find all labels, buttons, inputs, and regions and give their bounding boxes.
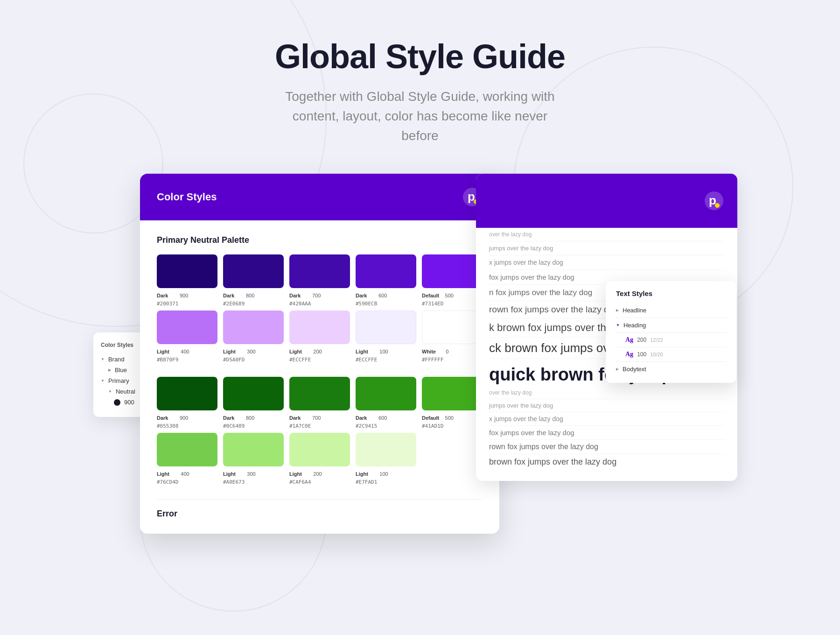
- ag-size-label: 100: [637, 351, 646, 358]
- type-line: over the lazy dog: [489, 228, 724, 241]
- color-swatch-light-100: [356, 310, 416, 344]
- swatch-col: Dark 800 #0C6409: [223, 377, 284, 430]
- green-row-1: Dark 900 #055308 Dark 800 #0C6409: [157, 377, 483, 430]
- ag-size-label: 200: [637, 337, 646, 343]
- swatch-col: Dark 600 #590ECB: [356, 254, 416, 308]
- color-swatch-light-400: [157, 310, 217, 344]
- purple-row-2: Light 400 #B870F9 Light 300 #D5A0FD: [157, 310, 483, 364]
- sidebar-item-label: Primary: [108, 377, 129, 384]
- sidebar-item-label: Blue: [115, 367, 127, 374]
- color-swatch-light-200: [289, 310, 350, 344]
- swatch-col: Dark 600 #2C9415: [356, 377, 416, 430]
- logo-icon-typography: p: [704, 190, 724, 211]
- color-swatch-light-300: [223, 310, 284, 344]
- color-styles-card: Color Styles p Primary Neutral Palette D…: [140, 174, 499, 534]
- palette-section-title: Primary Neutral Palette: [157, 235, 483, 245]
- text-style-label: Headline: [623, 307, 646, 314]
- page-subtitle: Together with Global Style Guide, workin…: [280, 87, 560, 146]
- header-section: Global Style Guide Together with Global …: [0, 0, 840, 174]
- text-style-item-ag-200: Ag 200 12/22: [616, 333, 726, 347]
- svg-point-5: [715, 203, 720, 208]
- sidebar-item-label: 900: [124, 399, 134, 406]
- card-header: Color Styles p: [140, 174, 499, 220]
- swatch-col: Light 400 #76CD4D: [157, 433, 217, 486]
- sidebar-item-label: Brand: [108, 356, 125, 363]
- chevron-right-icon: ▶: [616, 308, 619, 312]
- color-swatch-green-700: [289, 377, 350, 410]
- type-line: x jumps over the lazy dog: [489, 255, 724, 270]
- swatch-col: Light 100 #E7FAD1: [356, 433, 416, 486]
- type-line: over the lazy dog: [489, 387, 724, 399]
- text-style-item-bodytext[interactable]: ▶ Bodytext: [616, 362, 726, 376]
- card-body: Primary Neutral Palette Dark 900 #200371: [140, 220, 499, 534]
- ag-badge: Ag: [625, 336, 633, 344]
- swatch-col: White 0 #FFFFFF: [422, 310, 483, 364]
- chevron-down-icon: ▼: [101, 379, 105, 383]
- chevron-down-icon: ▼: [616, 323, 620, 327]
- color-swatch-green-400: [157, 433, 217, 466]
- type-line: fox jumps over the lazy dog: [489, 426, 724, 440]
- color-swatch-green-600: [356, 377, 416, 410]
- type-line: brown fox jumps over the lazy dog: [489, 454, 724, 470]
- chevron-down-icon: ▼: [108, 389, 112, 394]
- swatch-col: Dark 700 #1A7C0E: [289, 377, 350, 430]
- ag-fraction: 10/20: [650, 352, 663, 357]
- text-style-item-ag-100: Ag 100 10/20: [616, 347, 726, 362]
- swatch-col: Light 100 #ECCFFE: [356, 310, 416, 364]
- swatch-col: Light 200 #ECCFFE: [289, 310, 350, 364]
- color-styles-title: Color Styles: [157, 191, 217, 203]
- swatch-col: Light 200 #CAF6A4: [289, 433, 350, 486]
- color-swatch-green-300: [223, 433, 284, 466]
- swatch-col: Dark 900 #055308: [157, 377, 217, 430]
- color-swatch-green-100: [356, 433, 416, 466]
- type-line: jumps over the lazy dog: [489, 399, 724, 412]
- text-styles-title: Text Styles: [616, 289, 726, 297]
- cards-area: Color Styles ▼ Brand ▶ Blue ▼ Primary ▼ …: [93, 174, 747, 594]
- color-swatch-dark-800: [223, 254, 284, 288]
- color-swatch-dark-600: [356, 254, 416, 288]
- swatch-col: Dark 900 #200371: [157, 254, 217, 308]
- swatch-col: Default 500 #41AD1D: [422, 377, 483, 430]
- ag-fraction: 12/22: [650, 337, 663, 343]
- text-style-item-heading[interactable]: ▼ Heading: [616, 318, 726, 333]
- text-style-item-headline[interactable]: ▶ Headline: [616, 303, 726, 318]
- swatch-col: Dark 800 #2E0689: [223, 254, 284, 308]
- text-styles-card: Text Styles ▶ Headline ▼ Heading Ag 200 …: [606, 281, 736, 383]
- type-line: x jumps over the lazy dog: [489, 412, 724, 426]
- error-section-title: Error: [157, 509, 483, 519]
- ag-badge: Ag: [625, 351, 633, 358]
- chevron-right-icon: ▶: [108, 368, 111, 372]
- color-swatch-green-900: [157, 377, 217, 410]
- color-swatch-default-500: [422, 254, 483, 288]
- color-dot: [114, 399, 120, 406]
- swatch-col-empty: [422, 433, 483, 486]
- color-swatch-green-200: [289, 433, 350, 466]
- type-line: jumps over the lazy dog: [489, 241, 724, 255]
- color-swatch-green-800: [223, 377, 284, 410]
- purple-palette-group: Dark 900 #200371 Dark 800 #2E0689: [157, 254, 483, 364]
- swatch-col: Light 300 #A0E673: [223, 433, 284, 486]
- type-line: rown fox jumps over the lazy dog: [489, 440, 724, 454]
- page-title: Global Style Guide: [9, 37, 831, 76]
- chevron-right-icon: ▶: [616, 367, 619, 371]
- swatch-col: Default 500 #7314ED: [422, 254, 483, 308]
- green-palette-group: Dark 900 #055308 Dark 800 #0C6409: [157, 377, 483, 486]
- color-swatch-dark-700: [289, 254, 350, 288]
- swatch-col: Light 300 #D5A0FD: [223, 310, 284, 364]
- chevron-down-icon: ▼: [101, 357, 105, 361]
- purple-row-1: Dark 900 #200371 Dark 800 #2E0689: [157, 254, 483, 308]
- swatch-col: Light 400 #B870F9: [157, 310, 217, 364]
- typography-header: p: [476, 174, 737, 228]
- text-styles-body: Text Styles ▶ Headline ▼ Heading Ag 200 …: [606, 281, 736, 383]
- color-swatch-white-0: [422, 310, 483, 344]
- color-swatch-green-500: [422, 377, 483, 410]
- text-style-label: Bodytext: [623, 366, 646, 373]
- green-row-2: Light 400 #76CD4D Light 300 #A0E673: [157, 433, 483, 486]
- text-style-label: Heading: [623, 322, 646, 329]
- color-swatch-dark-900: [157, 254, 217, 288]
- sidebar-item-label: Neutral: [116, 388, 135, 395]
- swatch-col: Dark 700 #420AAA: [289, 254, 350, 308]
